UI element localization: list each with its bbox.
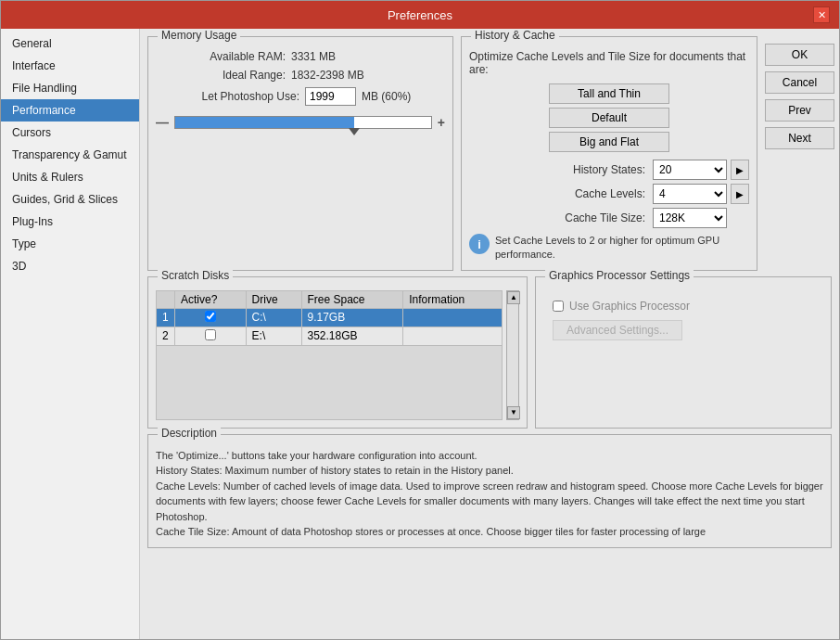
sidebar-item-filehandling[interactable]: File Handling	[1, 77, 139, 99]
available-ram-value: 3331 MB	[291, 50, 336, 63]
sidebar-item-guides-grid-slices[interactable]: Guides, Grid & Slices	[1, 188, 139, 211]
cache-info-row: i Set Cache Levels to 2 or higher for op…	[469, 234, 749, 262]
sidebar-item-general[interactable]: General	[1, 32, 139, 55]
ideal-range-label: Ideal Range:	[156, 69, 286, 82]
col-drive: Drive	[246, 290, 301, 308]
cancel-button[interactable]: Cancel	[765, 71, 834, 94]
dialog-title: Preferences	[27, 8, 813, 22]
use-gpu-label: Use Graphics Processor	[569, 300, 690, 313]
preferences-dialog: Preferences ✕ General Interface File Han…	[0, 0, 840, 640]
scratch-scroll-area: Active? Drive Free Space Information 1	[156, 290, 519, 420]
scratch-panel: Scratch Disks Active? Drive Free Space	[147, 276, 528, 429]
available-ram-label: Available RAM:	[156, 50, 286, 63]
col-active: Active?	[175, 290, 247, 308]
description-panel-title: Description	[158, 427, 221, 440]
ideal-range-row: Ideal Range: 1832-2398 MB	[156, 69, 445, 82]
history-arrow[interactable]: ▶	[731, 160, 749, 180]
sidebar-item-transparency-gamut[interactable]: Transparency & Gamut	[1, 144, 139, 166]
row-free: 9.17GB	[301, 308, 403, 326]
close-button[interactable]: ✕	[813, 6, 830, 23]
use-gpu-checkbox[interactable]	[553, 301, 564, 312]
cache-info-text: Set Cache Levels to 2 or higher for opti…	[495, 234, 749, 262]
scroll-track	[507, 304, 518, 406]
description-text: The 'Optimize...' buttons take your hard…	[156, 448, 823, 540]
memory-panel-title: Memory Usage	[158, 29, 240, 42]
history-states-label: History States:	[469, 163, 649, 176]
scratch-panel-title: Scratch Disks	[158, 269, 233, 282]
available-ram-row: Available RAM: 3331 MB	[156, 50, 445, 63]
tile-size-label: Cache Tile Size:	[469, 211, 649, 224]
cache-levels-arrow[interactable]: ▶	[731, 184, 749, 204]
sidebar-item-units-rulers[interactable]: Units & Rulers	[1, 166, 139, 188]
scratch-scrollbar[interactable]: ▲ ▼	[506, 290, 519, 420]
cache-buttons: Tall and Thin Default Big and Flat	[469, 83, 749, 152]
row-info	[403, 308, 503, 326]
sidebar-item-interface[interactable]: Interface	[1, 55, 139, 77]
let-use-row: Let Photoshop Use: MB (60%)	[156, 87, 445, 106]
info-icon: i	[469, 234, 490, 254]
prev-button[interactable]: Prev	[765, 99, 834, 122]
sidebar: General Interface File Handling Performa…	[1, 29, 140, 639]
top-section: Memory Usage Available RAM: 3331 MB Idea…	[147, 36, 832, 271]
big-flat-button[interactable]: Big and Flat	[549, 132, 669, 152]
description-panel: Description The 'Optimize...' buttons ta…	[147, 434, 832, 548]
scroll-up-button[interactable]: ▲	[507, 291, 520, 304]
sidebar-item-cursors[interactable]: Cursors	[1, 122, 139, 144]
cache-panel: History & Cache Optimize Cache Levels an…	[461, 36, 757, 271]
row-active[interactable]	[175, 326, 247, 345]
col-free: Free Space	[301, 290, 403, 308]
action-buttons: OK Cancel Prev Next	[757, 36, 832, 271]
table-row[interactable]: 2 E:\ 352.18GB	[157, 326, 503, 345]
default-button[interactable]: Default	[549, 108, 669, 128]
memory-slider-row: — +	[156, 115, 445, 130]
let-use-input[interactable]	[305, 87, 356, 106]
scroll-down-button[interactable]: ▼	[507, 406, 520, 419]
row-free: 352.18GB	[301, 326, 403, 345]
slider-minus-icon: —	[156, 115, 169, 130]
graphics-panel: Graphics Processor Settings Use Graphics…	[535, 276, 832, 429]
row-active[interactable]	[175, 308, 247, 326]
advanced-settings-button: Advanced Settings...	[553, 320, 682, 340]
row-info	[403, 326, 503, 345]
col-num	[157, 290, 175, 308]
memory-pct-label: MB (60%)	[362, 90, 411, 103]
sidebar-item-plugins[interactable]: Plug-Ins	[1, 211, 139, 233]
col-info: Information	[403, 290, 503, 308]
titlebar: Preferences ✕	[1, 1, 839, 29]
scratch-table-wrapper: Active? Drive Free Space Information 1	[156, 290, 503, 420]
graphics-panel-title: Graphics Processor Settings	[545, 269, 694, 282]
slider-thumb	[349, 128, 360, 135]
scratch-table: Active? Drive Free Space Information 1	[156, 290, 503, 346]
graphics-content: Use Graphics Processor Advanced Settings…	[543, 290, 823, 350]
tile-size-select[interactable]: 128K	[653, 208, 727, 228]
memory-slider[interactable]	[174, 116, 432, 129]
history-states-select[interactable]: 20	[653, 160, 727, 180]
cache-panel-title: History & Cache	[471, 29, 559, 42]
row-num: 1	[157, 308, 175, 326]
tall-thin-button[interactable]: Tall and Thin	[549, 83, 669, 104]
memory-panel: Memory Usage Available RAM: 3331 MB Idea…	[147, 36, 453, 271]
gpu-checkbox-row: Use Graphics Processor	[553, 300, 814, 313]
sidebar-item-3d[interactable]: 3D	[1, 255, 139, 277]
slider-fill	[175, 117, 354, 128]
row-drive: E:\	[246, 326, 301, 345]
table-row[interactable]: 1 C:\ 9.17GB	[157, 308, 503, 326]
sidebar-item-performance[interactable]: Performance	[1, 99, 139, 122]
dialog-content: General Interface File Handling Performa…	[1, 29, 839, 639]
ideal-range-value: 1832-2398 MB	[291, 69, 364, 82]
sidebar-item-type[interactable]: Type	[1, 233, 139, 255]
next-button[interactable]: Next	[765, 127, 834, 149]
ok-button[interactable]: OK	[765, 44, 834, 66]
row-drive: C:\	[246, 308, 301, 326]
cache-levels-select[interactable]: 4	[653, 184, 727, 204]
slider-plus-icon: +	[438, 115, 445, 130]
let-use-label: Let Photoshop Use:	[156, 90, 299, 103]
cache-desc: Optimize Cache Levels and Tile Size for …	[469, 50, 749, 76]
main-area: Memory Usage Available RAM: 3331 MB Idea…	[140, 29, 839, 639]
row-num: 2	[157, 326, 175, 345]
bottom-row: Scratch Disks Active? Drive Free Space	[147, 276, 832, 429]
cache-settings-grid: History States: 20 ▶ Cache Levels: 4 ▶ C…	[469, 160, 749, 228]
cache-levels-label: Cache Levels:	[469, 187, 649, 200]
